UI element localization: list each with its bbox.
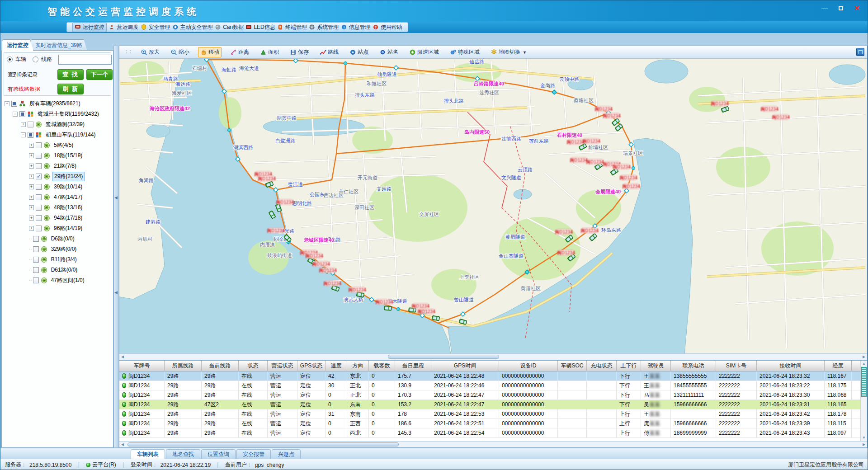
column-header-上下行[interactable]: 上下行 [617, 361, 641, 371]
map-tool-3[interactable]: 移动 [198, 47, 222, 57]
table-row-5[interactable]: 闽D123429路29路在线营运定位31东南01782021-06-24 18:… [119, 409, 860, 419]
bottom-tab-位置查询[interactable]: 位置查询 [201, 449, 236, 459]
expand-toggle-icon[interactable]: − [13, 112, 18, 117]
column-header-设备ID[interactable]: 设备ID [499, 361, 558, 371]
map-tool-7[interactable]: 路线 [317, 47, 341, 57]
table-vscroll-thumb[interactable] [861, 367, 867, 397]
next-button[interactable]: 下一个 [86, 69, 113, 80]
vehicle-plate-label[interactable]: 闽D1234 [375, 299, 393, 305]
vehicle-plate-label[interactable]: 闽D1234 [319, 268, 337, 273]
tree-checkbox[interactable] [19, 111, 25, 117]
scroll-up-icon[interactable]: ▲ [861, 361, 867, 367]
column-header-经度[interactable]: 经度 [825, 361, 852, 371]
scroll-left-icon[interactable]: ◀ [119, 354, 126, 360]
vehicle-plate-label[interactable]: 闽D1234 [323, 281, 341, 286]
map-tool-9[interactable]: 站名 [377, 47, 401, 57]
vehicle-plate-label[interactable]: 闽D1234 [555, 229, 573, 235]
tree-item-D61路-0-0-[interactable]: ··D61路(0/0) [3, 265, 112, 275]
column-header-GPS时间[interactable]: GPS时间 [431, 361, 499, 371]
table-row-6[interactable]: 闽D123429路29路在线营运定位0正西0186.62021-06-24 18… [119, 419, 860, 428]
bottom-tab-车辆列表[interactable]: 车辆列表 [131, 449, 165, 459]
vehicle-plate-label[interactable]: 闽D1234 [348, 287, 366, 292]
minimize-button[interactable]: — [820, 4, 830, 12]
vehicle-plate-label[interactable]: 闽D1234 [312, 261, 330, 267]
scroll-right-icon[interactable]: ▶ [861, 442, 867, 447]
map-tool-4[interactable]: 距离 [228, 47, 251, 57]
scroll-right-icon[interactable]: ▶ [861, 354, 867, 360]
map-tool-1[interactable]: 放大 [138, 47, 162, 57]
vehicle-plate-label[interactable]: 闽D1234 [622, 183, 640, 189]
menu-item-9[interactable]: i信息管理 [341, 24, 371, 31]
tab-run-monitor[interactable]: 运行监控 [2, 39, 33, 51]
route-node-icon[interactable] [552, 90, 556, 94]
vehicle-plate-label[interactable]: 闽D1234 [711, 101, 729, 106]
vehicle-plate-label[interactable]: 闽D1234 [619, 175, 637, 180]
tree-checkbox[interactable] [33, 277, 39, 283]
vehicle-plate-label[interactable]: 闽D1234 [258, 176, 276, 181]
table-row-3[interactable]: 闽D123429路29路在线营运定位0正北0170.32021-06-24 18… [119, 390, 860, 400]
map-tool-5[interactable]: 面积 [258, 47, 281, 57]
column-header-接收时间[interactable]: 接收时间 [757, 361, 825, 371]
collapse-arrow-icon[interactable]: ◀ [114, 195, 118, 200]
map-tool-12[interactable]: 地图切换▼ [488, 47, 529, 57]
table-row-1[interactable]: 闽D123429路29路在线营运定位42东北0175.72021-06-24 1… [119, 371, 860, 381]
panel-collapse-strip[interactable]: ◀ ◀ [113, 46, 119, 448]
tree-item-21路-7-8-[interactable]: +21路(7/8) [3, 161, 112, 171]
route-node-icon[interactable] [227, 128, 231, 132]
tree-item-18路-15-19-[interactable]: +18路(15/19) [3, 150, 112, 161]
table-vertical-scrollbar[interactable]: ▲ ▼ [860, 361, 867, 441]
vehicle-plate-label[interactable]: 闽D1234 [760, 106, 778, 112]
tree-checkbox[interactable] [36, 226, 42, 231]
column-header-状态[interactable]: 状态 [239, 361, 268, 371]
expand-toggle-icon[interactable]: + [29, 216, 34, 221]
expand-toggle-icon[interactable]: − [5, 101, 9, 106]
map-tool-8[interactable]: 站点 [347, 47, 371, 57]
collapse-arrow-icon[interactable]: ◀ [114, 290, 118, 295]
column-header-驾驶员[interactable]: 驾驶员 [641, 361, 671, 371]
column-header-速度[interactable]: 速度 [326, 361, 347, 371]
tree-item-94路-17-18-[interactable]: +94路(17/18) [3, 213, 112, 223]
vehicle-plate-label[interactable]: 闽D1234 [586, 159, 604, 164]
column-header-车辆SOC[interactable]: 车辆SOC [558, 361, 587, 371]
expand-toggle-icon[interactable]: + [29, 174, 34, 179]
tree-checkbox[interactable] [36, 153, 42, 159]
route-node-icon[interactable] [396, 307, 400, 310]
map-horizontal-scrollbar[interactable]: ◀ ▶ [119, 353, 867, 360]
menu-item-1[interactable]: 运行监控 [72, 23, 107, 32]
tree-item-鹭城酒测-32-39-[interactable]: +鹭城酒测(32/39) [3, 119, 112, 130]
column-header-所属线路[interactable]: 所属线路 [165, 361, 202, 371]
vehicle-plate-label[interactable]: 闽D1234 [305, 253, 323, 258]
tree-checkbox[interactable] [36, 215, 42, 221]
tree-item-329路-0-0-[interactable]: ··329路(0/0) [3, 244, 112, 254]
map-canvas[interactable]: 马青路海达路海虹路海沧大道角嵩路建港路仙岳路金尚路云顶中路湖滨中路白鹭洲路湖滨西… [119, 59, 867, 353]
route-node-icon[interactable] [344, 61, 347, 65]
menu-item-7[interactable]: 终端管理 [277, 24, 307, 31]
vehicle-plate-label[interactable]: 闽D1234 [772, 114, 790, 120]
vehicle-plate-label[interactable]: 闽D1234 [594, 106, 613, 112]
vehicle-plate-label[interactable]: 闽D1234 [613, 164, 631, 169]
tab-realtime-info[interactable]: 实时运营信息_39路 [30, 39, 87, 51]
column-header-载客数[interactable]: 载客数 [369, 361, 395, 371]
tree-item-29路-21-24-[interactable]: +29路(21/24) [3, 171, 112, 182]
tree-item-5路-4-5-[interactable]: +5路(4/5) [3, 140, 112, 150]
close-button[interactable]: × [852, 4, 862, 12]
tree-checkbox[interactable] [36, 184, 42, 190]
column-header-车牌号[interactable]: 车牌号 [119, 361, 165, 371]
search-input[interactable] [58, 55, 112, 65]
column-header-营运状态[interactable]: 营运状态 [268, 361, 297, 371]
tree-item-47路-14-17-[interactable]: +47路(14/17) [3, 192, 112, 202]
map-tool-2[interactable]: 缩小 [168, 47, 192, 57]
tree-item-D6路-0-0-[interactable]: ··D6路(0/0) [3, 234, 112, 244]
expand-toggle-icon[interactable]: + [29, 184, 34, 189]
menu-item-2[interactable]: 营运调度 [108, 24, 138, 31]
table-row-4[interactable]: 闽D123429路47区2在线营运定位0东南0153.22021-06-24 1… [119, 400, 860, 409]
menu-item-4[interactable]: 主动安全管理 [172, 24, 213, 31]
vehicle-plate-label[interactable]: 闽D1234 [276, 199, 294, 205]
bus-vehicle-icon[interactable] [384, 306, 392, 310]
refresh-button[interactable]: 刷 新 [57, 84, 84, 94]
vehicle-plate-label[interactable]: 闽D1234 [557, 250, 575, 255]
tree-checkbox[interactable] [28, 132, 33, 138]
vehicle-plate-label[interactable]: 闽D1234 [417, 309, 435, 314]
column-header-当前线路[interactable]: 当前线路 [202, 361, 239, 371]
tree-checkbox[interactable] [11, 101, 17, 107]
